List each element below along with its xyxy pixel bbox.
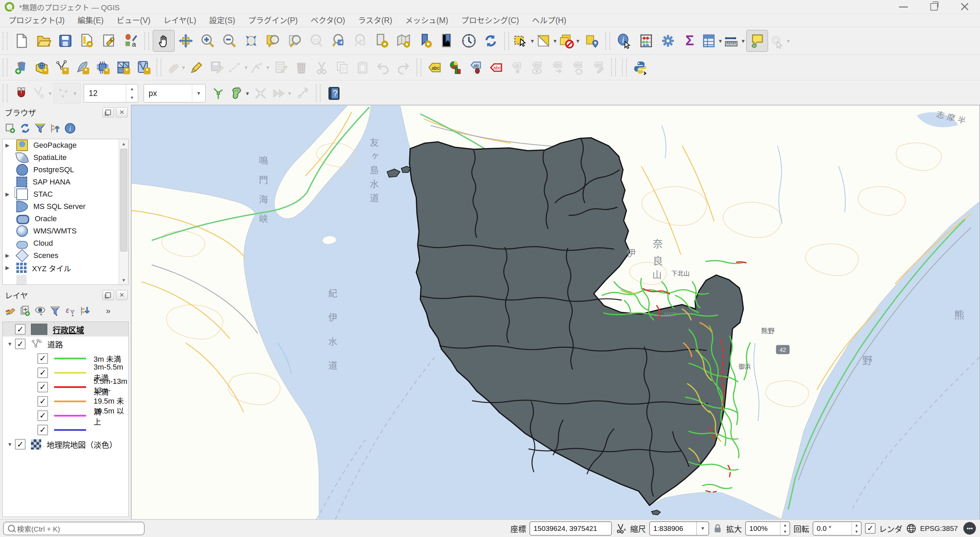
pin-labels-button[interactable]: ab: [466, 57, 485, 77]
magnifier-spinbox[interactable]: 100% ▲▼: [745, 521, 790, 535]
spin-up-icon[interactable]: ▲: [126, 84, 138, 93]
new-print-layout-button[interactable]: [76, 30, 98, 51]
browser-scrollbar[interactable]: ▲ ▼: [119, 139, 128, 285]
new-memory-layer-button[interactable]: *: [93, 57, 113, 77]
dropdown-arrow-icon[interactable]: ▼: [243, 65, 249, 70]
zoom-native-button[interactable]: 1:1: [306, 30, 327, 51]
browser-item[interactable]: MS SQL Server: [3, 201, 128, 213]
menu-item[interactable]: プロセシング(C): [455, 14, 525, 27]
layers-float-button[interactable]: [102, 290, 114, 300]
coordinate-input[interactable]: 15039624, 3975421: [530, 521, 612, 535]
dropdown-arrow-icon[interactable]: ▼: [576, 38, 581, 44]
class-visibility-checkbox[interactable]: [37, 382, 48, 392]
toolbar-handle[interactable]: [622, 59, 627, 76]
show-hide-labels-button[interactable]: abc: [527, 57, 547, 77]
style-manager-button[interactable]: a: [120, 30, 141, 51]
modify-attributes-button[interactable]: [271, 57, 291, 77]
browser-refresh-button[interactable]: [18, 121, 33, 136]
paste-features-button[interactable]: [353, 57, 372, 77]
dropdown-arrow-icon[interactable]: ▼: [48, 91, 53, 96]
current-edits-button[interactable]: ▼: [165, 57, 186, 77]
new-project-button[interactable]: [11, 30, 32, 51]
menu-item[interactable]: ヘルプ(H): [525, 14, 573, 27]
new-map-view-button[interactable]: [371, 30, 392, 51]
expand-arrow-icon[interactable]: [5, 265, 15, 271]
move-label-diagram-button[interactable]: abc: [547, 57, 567, 77]
class-visibility-checkbox[interactable]: [37, 425, 48, 435]
browser-item[interactable]: STAC: [3, 188, 128, 201]
new-virtual-layer-button[interactable]: *: [113, 57, 133, 77]
zoom-last-button[interactable]: [328, 30, 349, 51]
snapping-tolerance-spinbox[interactable]: 12 ▲▼: [84, 84, 138, 102]
new-3d-map-view-button[interactable]: [393, 30, 414, 51]
layer-diagram-options-button[interactable]: [445, 57, 465, 77]
new-spatial-bookmark-button[interactable]: [415, 30, 436, 51]
delete-selected-button[interactable]: [292, 57, 311, 77]
browser-float-button[interactable]: [102, 107, 114, 117]
expand-arrow-icon[interactable]: [5, 142, 15, 148]
processing-toolbox-button[interactable]: [657, 30, 679, 51]
spin-down-icon[interactable]: ▼: [126, 93, 138, 102]
identify-features-button[interactable]: i: [614, 30, 635, 51]
class-visibility-checkbox[interactable]: [37, 368, 48, 378]
select-features-by-value-button[interactable]: ▼: [536, 30, 558, 51]
collapse-arrow-icon[interactable]: [5, 441, 15, 447]
menu-item[interactable]: ビュー(V): [110, 14, 157, 27]
browser-item[interactable]: SpatiaLite: [3, 151, 128, 164]
zoom-to-layer-button[interactable]: [284, 30, 305, 51]
layer-visibility-checkbox[interactable]: [15, 324, 25, 335]
select-features-button[interactable]: ▼: [513, 30, 535, 51]
vertex-tool-button[interactable]: ▼: [250, 57, 270, 77]
help-button[interactable]: ?: [324, 83, 344, 103]
menu-item[interactable]: ベクタ(O): [304, 14, 352, 27]
browser-item[interactable]: Oracle: [3, 213, 128, 225]
menu-item[interactable]: ラスタ(R): [352, 14, 398, 27]
dropdown-arrow-icon[interactable]: ▼: [266, 65, 270, 70]
minimize-button[interactable]: [888, 0, 919, 14]
show-statistical-summary-button[interactable]: Σ: [679, 30, 700, 51]
toolbar-handle[interactable]: [316, 84, 321, 102]
pan-to-selection-button[interactable]: [175, 30, 196, 51]
toolbar-handle[interactable]: [144, 32, 149, 50]
scrollbar-thumb[interactable]: [120, 149, 127, 252]
dropdown-arrow-icon[interactable]: ▼: [718, 38, 723, 44]
layers-add-group-button[interactable]: [18, 304, 33, 319]
browser-filter-button[interactable]: [33, 121, 48, 136]
class-visibility-checkbox[interactable]: [37, 353, 48, 364]
layers-filter-expression-button[interactable]: ε: [63, 304, 78, 319]
snapping-unit-combo[interactable]: px ▼: [143, 84, 205, 102]
browser-add-layer-button[interactable]: [3, 121, 18, 136]
layers-close-button[interactable]: [116, 290, 127, 300]
dropdown-arrow-icon[interactable]: ▼: [786, 38, 791, 44]
browser-properties-button[interactable]: i: [63, 121, 78, 136]
open-attribute-table-button[interactable]: ▼: [701, 30, 723, 51]
menu-item[interactable]: プラグイン(P): [242, 14, 304, 27]
browser-close-button[interactable]: [116, 107, 127, 117]
toolbar-handle[interactable]: [3, 32, 8, 50]
enable-snapping-button[interactable]: [11, 83, 31, 103]
zoom-out-button[interactable]: [219, 30, 240, 51]
dropdown-arrow-icon[interactable]: ▼: [740, 38, 746, 44]
select-by-location-button[interactable]: [581, 30, 602, 51]
toolbar-handle[interactable]: [3, 84, 8, 102]
snapping-priority-button[interactable]: ▼: [271, 83, 292, 103]
layers-manage-visibility-button[interactable]: [33, 304, 48, 319]
scroll-down-icon[interactable]: ▼: [119, 276, 128, 285]
browser-item[interactable]: SAP HANA: [3, 176, 128, 188]
zoom-full-button[interactable]: [240, 30, 262, 51]
dropdown-arrow-icon[interactable]: ▼: [73, 91, 78, 96]
layers-overflow-button[interactable]: »: [101, 304, 116, 319]
menu-item[interactable]: 編集(E): [71, 14, 110, 27]
zoom-next-button[interactable]: [350, 30, 371, 51]
redo-button[interactable]: [394, 57, 414, 77]
browser-item[interactable]: Scenes: [3, 249, 128, 262]
road-class-row[interactable]: 19.5m 以上: [3, 408, 128, 423]
crs-globe-icon[interactable]: [906, 523, 917, 534]
crs-value[interactable]: EPSG:3857: [920, 524, 958, 532]
open-project-button[interactable]: [33, 30, 54, 51]
cut-features-button[interactable]: [312, 57, 332, 77]
measure-button[interactable]: ▼: [724, 30, 746, 51]
restore-button[interactable]: [919, 0, 950, 14]
browser-item[interactable]: XYZ タイル: [3, 262, 128, 274]
layout-manager-button[interactable]: [98, 30, 119, 51]
